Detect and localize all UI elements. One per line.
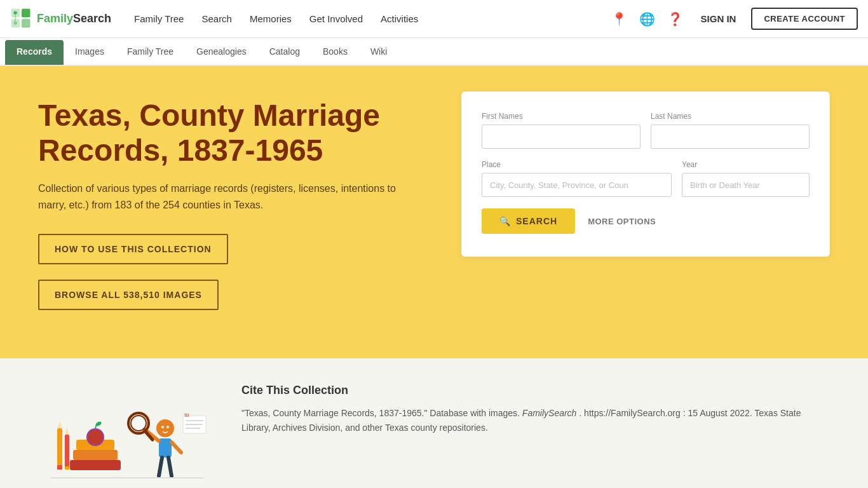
svg-rect-8 <box>73 450 118 460</box>
tab-family-tree[interactable]: Family Tree <box>116 40 185 65</box>
help-icon[interactable]: ❓ <box>665 9 686 29</box>
svg-rect-17 <box>65 435 69 470</box>
year-input[interactable] <box>682 173 810 197</box>
svg-point-11 <box>88 430 103 445</box>
tab-books[interactable]: Books <box>311 40 359 65</box>
top-navigation: FamilySearch Family Tree Search Memories… <box>0 0 868 38</box>
svg-point-29 <box>131 416 146 431</box>
logo-link[interactable]: FamilySearch <box>10 8 111 30</box>
secondary-navigation: Records Images Family Tree Genealogies C… <box>0 38 868 66</box>
tab-records[interactable]: Records <box>5 40 64 65</box>
svg-marker-15 <box>57 421 62 428</box>
place-input[interactable] <box>482 173 672 197</box>
svg-rect-2 <box>22 8 31 17</box>
sign-in-button[interactable]: SIGN IN <box>693 8 744 29</box>
cite-title: Cite This Collection <box>241 384 830 397</box>
search-name-row: First Names Last Names <box>482 112 810 149</box>
nav-get-involved[interactable]: Get Involved <box>302 8 370 29</box>
svg-rect-19 <box>65 466 69 470</box>
year-field: Year <box>682 160 810 197</box>
nav-activities[interactable]: Activities <box>373 8 426 29</box>
svg-rect-16 <box>57 465 62 470</box>
svg-point-4 <box>13 11 17 14</box>
svg-rect-14 <box>57 428 62 470</box>
create-account-button[interactable]: CREATE ACCOUNT <box>751 8 858 30</box>
search-actions: 🔍 SEARCH MORE OPTIONS <box>482 208 810 234</box>
search-place-row: Place Year <box>482 160 810 197</box>
page-title: Texas, County Marriage Records, 1837-196… <box>38 98 432 168</box>
first-names-label: First Names <box>482 112 641 121</box>
cite-text-line1: "Texas, County Marriage Records, 1837-19… <box>241 408 520 418</box>
familysearch-logo-icon <box>10 8 33 30</box>
hero-section: Texas, County Marriage Records, 1837-196… <box>0 66 868 358</box>
svg-point-20 <box>156 419 174 437</box>
svg-point-22 <box>166 426 169 428</box>
place-field: Place <box>482 160 672 197</box>
svg-text:S!: S! <box>184 412 189 418</box>
search-button-label: SEARCH <box>516 216 557 226</box>
top-nav-right: 📍 🌐 ❓ SIGN IN CREATE ACCOUNT <box>609 8 858 30</box>
search-card: First Names Last Names Place Year 🔍 SEAR… <box>461 92 830 257</box>
svg-rect-3 <box>22 19 31 28</box>
place-label: Place <box>482 160 672 169</box>
cite-text-italic: FamilySearch <box>522 408 577 418</box>
hero-description: Collection of various types of marriage … <box>38 180 407 213</box>
svg-line-26 <box>159 458 162 476</box>
svg-rect-7 <box>70 460 121 470</box>
svg-marker-18 <box>65 427 69 435</box>
how-to-use-button[interactable]: HOW TO USE THIS COLLECTION <box>38 234 228 264</box>
svg-line-27 <box>168 458 172 476</box>
illustration-image: S! <box>44 384 210 488</box>
search-icon: 🔍 <box>499 216 511 226</box>
year-label: Year <box>682 160 810 169</box>
hero-left: Texas, County Marriage Records, 1837-196… <box>38 98 432 320</box>
svg-point-21 <box>161 426 164 428</box>
last-names-input[interactable] <box>651 125 810 149</box>
last-names-field: Last Names <box>651 112 810 149</box>
last-names-label: Last Names <box>651 112 810 121</box>
search-button[interactable]: 🔍 SEARCH <box>482 208 575 234</box>
nav-family-tree[interactable]: Family Tree <box>126 8 191 29</box>
cite-text: "Texas, County Marriage Records, 1837-19… <box>241 406 830 437</box>
hero-buttons: HOW TO USE THIS COLLECTION BROWSE ALL 53… <box>38 234 432 320</box>
tab-catalog[interactable]: Catalog <box>258 40 311 65</box>
location-icon[interactable]: 📍 <box>609 9 630 29</box>
first-names-input[interactable] <box>482 125 641 149</box>
tab-genealogies[interactable]: Genealogies <box>185 40 258 65</box>
svg-rect-23 <box>159 438 172 458</box>
svg-line-25 <box>172 442 181 452</box>
nav-memories[interactable]: Memories <box>242 8 299 29</box>
top-nav-links: Family Tree Search Memories Get Involved… <box>126 8 609 29</box>
nav-search[interactable]: Search <box>194 8 240 29</box>
browse-images-button[interactable]: BROWSE ALL 538,510 IMAGES <box>38 280 219 310</box>
globe-icon[interactable]: 🌐 <box>637 9 658 29</box>
tab-images[interactable]: Images <box>64 40 116 65</box>
svg-point-5 <box>13 21 17 24</box>
logo-text: FamilySearch <box>37 12 111 25</box>
lower-section: S! Cite This Collection "Texas, County M… <box>0 358 868 488</box>
more-options-link[interactable]: MORE OPTIONS <box>588 217 656 226</box>
tab-wiki[interactable]: Wiki <box>359 40 398 65</box>
cite-section: Cite This Collection "Texas, County Marr… <box>241 384 830 488</box>
illustration-area: S! <box>38 384 216 488</box>
first-names-field: First Names <box>482 112 641 149</box>
